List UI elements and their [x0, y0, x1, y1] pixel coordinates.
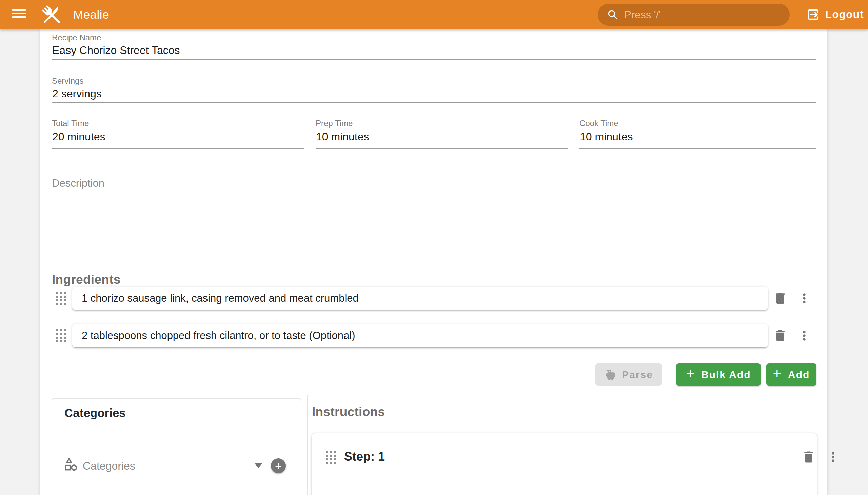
ingredient-drag-handle[interactable]: [56, 292, 66, 305]
mealie-logo-icon: [39, 4, 64, 27]
categories-heading: Categories: [64, 406, 126, 420]
step-drag-handle[interactable]: [326, 451, 336, 464]
parse-label: Parse: [622, 369, 653, 380]
logout-button[interactable]: Logout: [806, 0, 864, 29]
app-title: Mealie: [73, 0, 109, 29]
description-underline: [52, 253, 816, 253]
search-input[interactable]: Press '/': [598, 4, 790, 26]
ingredient-input[interactable]: 2 tablespoons chopped fresh cilantro, or…: [72, 324, 768, 347]
prep-time-underline: [316, 149, 568, 149]
logout-icon: [806, 8, 820, 21]
recipe-name-input[interactable]: Easy Chorizo Street Tacos: [52, 44, 180, 57]
categories-divider: [58, 430, 295, 430]
servings-underline: [52, 102, 816, 103]
instruction-step-card: Step: 1 Combine crumbled chorizo and chi…: [312, 433, 817, 495]
step-menu-button[interactable]: [824, 448, 842, 466]
cook-time-label: Cook Time: [579, 119, 618, 128]
search-placeholder: Press '/': [624, 9, 661, 21]
add-button[interactable]: + Add: [766, 363, 816, 386]
cook-time-input[interactable]: 10 minutes: [580, 131, 633, 143]
ingredient-drag-handle[interactable]: [56, 329, 66, 342]
prep-time-input[interactable]: 10 minutes: [316, 131, 369, 143]
ingredient-text: 2 tablespoons chopped fresh cilantro, or…: [82, 329, 355, 342]
shapes-icon: [64, 457, 79, 472]
trash-icon: [773, 328, 788, 343]
kebab-menu-icon: [797, 291, 812, 306]
description-label: Description: [52, 177, 104, 189]
cook-time-underline: [579, 149, 816, 149]
search-icon: [607, 8, 619, 21]
categories-select-underline: [63, 481, 266, 481]
ingredient-input[interactable]: 1 chorizo sausage link, casing removed a…: [72, 287, 768, 310]
add-category-button[interactable]: +: [271, 458, 286, 473]
parse-button[interactable]: Parse: [595, 363, 662, 386]
ingredient-delete-button[interactable]: [771, 289, 789, 308]
recipe-name-underline: [52, 59, 816, 60]
total-time-underline: [52, 149, 305, 149]
recipe-editor-card: Recipe Name Easy Chorizo Street Tacos Se…: [40, 29, 827, 495]
recipe-name-label: Recipe Name: [52, 33, 101, 42]
instructions-heading: Instructions: [312, 405, 385, 419]
bulk-add-label: Bulk Add: [701, 369, 751, 380]
logout-label: Logout: [825, 8, 864, 21]
ingredients-heading: Ingredients: [52, 273, 121, 287]
total-time-input[interactable]: 20 minutes: [52, 131, 105, 143]
kebab-menu-icon: [797, 328, 812, 343]
ingredient-menu-button[interactable]: [795, 289, 813, 308]
trash-icon: [773, 291, 788, 306]
categories-card: Categories Categories +: [52, 398, 302, 495]
apple-icon: [604, 368, 617, 381]
trash-icon: [801, 449, 816, 464]
categories-select[interactable]: Categories: [83, 460, 135, 472]
ingredient-text: 1 chorizo sausage link, casing removed a…: [82, 292, 359, 305]
plus-icon: +: [686, 366, 695, 382]
total-time-label: Total Time: [52, 119, 89, 128]
servings-input[interactable]: 2 servings: [52, 87, 102, 100]
prep-time-label: Prep Time: [316, 119, 353, 128]
kebab-menu-icon: [826, 449, 840, 464]
bulk-add-button[interactable]: + Bulk Add: [676, 363, 761, 386]
servings-label: Servings: [52, 76, 83, 86]
add-label: Add: [788, 369, 810, 380]
app-header: Mealie Press '/' Logout: [0, 0, 868, 29]
chevron-down-icon[interactable]: [254, 463, 262, 468]
step-title: Step: 1: [344, 449, 385, 464]
ingredient-menu-button[interactable]: [795, 326, 813, 345]
ingredient-delete-button[interactable]: [771, 326, 789, 345]
plus-icon: +: [773, 366, 782, 382]
step-delete-button[interactable]: [800, 448, 818, 466]
menu-icon[interactable]: [12, 8, 29, 23]
column-divider: [307, 395, 308, 495]
